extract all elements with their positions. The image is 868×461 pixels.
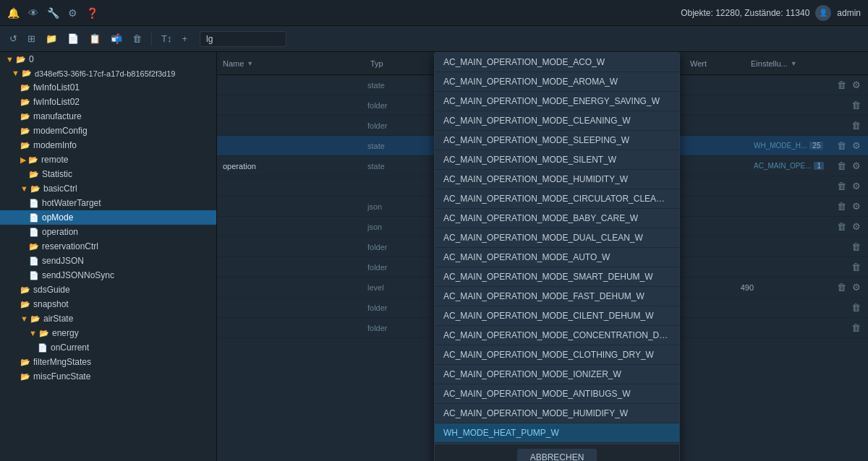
file-icon: 📄 [29, 199, 39, 208]
file-icon: 📄 [29, 271, 39, 280]
dropdown-item[interactable]: AC_MAIN_OPERATION_MODE_CILENT_DEHUM_W [435, 306, 679, 326]
sidebar-item-sdsguide[interactable]: 📂 sdsGuide [0, 283, 216, 297]
dropdown-item[interactable]: AC_MAIN_OPERATION_MODE_CONCENTRATION_DRY… [435, 326, 679, 345]
sidebar-item-snapshot[interactable]: 📂 snapshot [0, 297, 216, 311]
sidebar-item-uuid[interactable]: ▼ 📂 d348ef53-36f6-17cf-a17d-b8165f2f3d19 [0, 66, 216, 80]
sidebar-item-modemconfig[interactable]: 📂 modemConfig [0, 124, 216, 138]
dropdown-panel: AC_MAIN_OPERATION_MODE_ACO_WAC_MAIN_OPER… [434, 52, 680, 461]
folder-icon: ▶ 📂 [20, 155, 38, 165]
refresh-button[interactable]: ↺ [6, 31, 21, 46]
folder-icon: 📂 [20, 141, 30, 150]
sidebar-item-oncurrent[interactable]: 📄 onCurrent [0, 340, 216, 355]
file-icon: 📄 [29, 228, 39, 237]
sidebar-item-0[interactable]: ▼ 📂 0 [0, 52, 216, 66]
sidebar-item-operation[interactable]: 📄 operation [0, 225, 216, 239]
dropdown-item[interactable]: AC_MAIN_OPERATION_MODE_DUAL_CLEAN_W [435, 228, 679, 248]
topbar: 🔔 👁 🔧 ⚙ ❓ Objekte: 12280, Zustände: 1134… [0, 0, 868, 26]
topbar-right: Objekte: 12280, Zustände: 11340 👤 admin [681, 5, 861, 21]
sidebar-item-basicctrl[interactable]: ▼ 📂 basicCtrl [0, 181, 216, 196]
dropdown-item[interactable]: AC_MAIN_OPERATION_MODE_AUTO_W [435, 248, 679, 267]
dropdown-item[interactable]: AC_MAIN_OPERATION_MODE_SLEEPING_W [435, 131, 679, 150]
username: admin [837, 8, 861, 18]
sidebar-item-miscfuncstate[interactable]: 📂 miscFuncState [0, 369, 216, 384]
dropdown-item[interactable]: AC_MAIN_OPERATION_MODE_CIRCULATOR_CLEAN_… [435, 189, 679, 209]
dropdown-item[interactable]: AC_MAIN_OPERATION_MODE_CLOTHING_DRY_W [435, 345, 679, 365]
gear-icon[interactable]: ⚙ [68, 7, 77, 19]
folder-icon: 📂 [20, 372, 30, 382]
folder-icon: ▼ 📂 [20, 184, 41, 194]
folder-icon: 📂 [20, 126, 30, 136]
dropdown-item[interactable]: AC_MAIN_OPERATION_MODE_CLEANING_W [435, 111, 679, 131]
folder-icon: 📂 [20, 98, 30, 107]
eye-icon[interactable]: 👁 [28, 7, 38, 19]
sidebar-item-reservationctrl[interactable]: 📂 reservationCtrl [0, 239, 216, 254]
wrench-icon[interactable]: 🔧 [47, 7, 59, 19]
dropdown-items-container: AC_MAIN_OPERATION_MODE_ACO_WAC_MAIN_OPER… [435, 53, 679, 461]
folder-icon: 📂 [20, 300, 30, 309]
folder-icon: 📂 [20, 358, 30, 367]
bell-icon[interactable]: 🔔 [7, 7, 20, 19]
search-input[interactable] [200, 31, 286, 47]
folder-icon: 📂 [29, 170, 39, 179]
file-icon: 📄 [38, 343, 48, 353]
dropdown-item[interactable]: AC_MAIN_OPERATION_MODE_FAST_DEHUM_W [435, 287, 679, 306]
sidebar-item-filtermngstates[interactable]: 📂 filterMngStates [0, 355, 216, 369]
dropdown-item[interactable]: AC_MAIN_OPERATION_MODE_IONIZER_W [435, 365, 679, 384]
sidebar-item-remote[interactable]: ▶ 📂 remote [0, 152, 216, 167]
folder-button[interactable]: 📁 [42, 31, 61, 46]
file-icon: 📄 [29, 213, 39, 223]
dropdown-item[interactable]: AC_MAIN_OPERATION_MODE_HUMIDIFY_W [435, 404, 679, 423]
dropdown-item[interactable]: AC_MAIN_OPERATION_MODE_ENERGY_SAVING_W [435, 92, 679, 111]
sort-button[interactable]: T↕ [158, 31, 175, 46]
sidebar-item-sendjsonnosync[interactable]: 📄 sendJSONNoSync [0, 268, 216, 283]
sidebar-item-fwinfolist01[interactable]: 📂 fwInfoList01 [0, 80, 216, 95]
dropdown-item[interactable]: AC_MAIN_OPERATION_MODE_ACO_W [435, 53, 679, 72]
dropdown-item[interactable]: AC_MAIN_OPERATION_MODE_BABY_CARE_W [435, 209, 679, 228]
sidebar: ▼ 📂 0 ▼ 📂 d348ef53-36f6-17cf-a17d-b8165f… [0, 52, 217, 461]
toolbar-separator [151, 32, 152, 46]
sidebar-item-manufacture[interactable]: 📂 manufacture [0, 109, 216, 124]
add-button[interactable]: + [178, 31, 191, 46]
dropdown-item[interactable]: WH_MODE_HEAT_PUMP_W [435, 423, 679, 443]
sidebar-item-opmode[interactable]: 📄 opMode [0, 210, 216, 225]
search-container [200, 31, 286, 47]
sidebar-item-fwinfolist02[interactable]: 📂 fwInfoList02 [0, 95, 216, 109]
clipboard-button[interactable]: 📋 [85, 31, 104, 46]
folder-icon: 📂 [20, 112, 30, 121]
sidebar-item-sendjson[interactable]: 📄 sendJSON [0, 254, 216, 268]
dropdown-item[interactable]: AC_MAIN_OPERATION_MODE_ANTIBUGS_W [435, 384, 679, 404]
topbar-nav-icons: 🔔 👁 🔧 ⚙ ❓ [7, 7, 98, 19]
file-icon: 📄 [29, 257, 39, 266]
content-area: Name ▼ Typ Rolle ▼ Raum ▼ Funktion ▼ Wer… [217, 52, 868, 461]
dropdown-item[interactable]: AC_MAIN_OPERATION_MODE_SILENT_W [435, 150, 679, 170]
delete-button[interactable]: 🗑 [129, 31, 145, 46]
folder-icon: ▼ 📂 [20, 314, 41, 324]
import-button[interactable]: 📬 [107, 31, 126, 46]
objects-info: Objekte: 12280, Zustände: 11340 [681, 8, 809, 18]
abbrechen-row: ABBRECHEN [435, 444, 679, 461]
folder-icon: ▼ 📂 [29, 329, 49, 338]
dropdown-item[interactable]: AC_MAIN_OPERATION_MODE_SMART_DEHUM_W [435, 267, 679, 287]
dropdown-item[interactable]: AC_MAIN_OPERATION_MODE_HUMIDITY_W [435, 170, 679, 189]
dropdown-overlay: AC_MAIN_OPERATION_MODE_ACO_WAC_MAIN_OPER… [217, 52, 868, 461]
main-area: ▼ 📂 0 ▼ 📂 d348ef53-36f6-17cf-a17d-b8165f… [0, 52, 868, 461]
file-button[interactable]: 📄 [64, 31, 82, 46]
sidebar-item-hotwatertarget[interactable]: 📄 hotWaterTarget [0, 196, 216, 210]
avatar: 👤 [815, 5, 831, 21]
folder-icon: 📂 [20, 285, 30, 295]
help-icon[interactable]: ❓ [86, 7, 98, 19]
dropdown-item[interactable]: AC_MAIN_OPERATION_MODE_AROMA_W [435, 72, 679, 92]
folder-icon: 📂 [29, 242, 39, 251]
folder-icon: ▼ 📂 [6, 55, 26, 64]
sidebar-item-energy[interactable]: ▼ 📂 energy [0, 326, 216, 340]
grid-button[interactable]: ⊞ [24, 31, 39, 46]
sidebar-item-statistic[interactable]: 📂 Statistic [0, 167, 216, 181]
sidebar-item-modeminfo[interactable]: 📂 modemInfo [0, 138, 216, 152]
sidebar-item-airstate[interactable]: ▼ 📂 airState [0, 311, 216, 326]
abbrechen-button[interactable]: ABBRECHEN [517, 449, 597, 461]
toolbar: ↺ ⊞ 📁 📄 📋 📬 🗑 T↕ + [0, 26, 868, 52]
folder-icon: ▼ 📂 [12, 69, 32, 78]
folder-icon: 📂 [20, 83, 30, 92]
